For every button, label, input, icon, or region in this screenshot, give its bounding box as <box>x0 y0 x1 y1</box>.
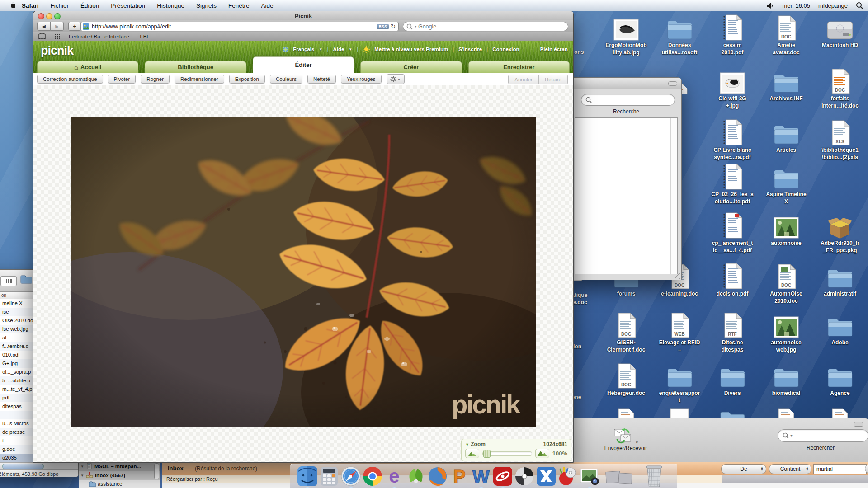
tab-créer[interactable]: Créer <box>360 61 462 73</box>
zoom-button[interactable] <box>54 13 61 19</box>
tool-button-1[interactable]: Pivoter <box>108 75 136 84</box>
tab-enregistrer[interactable]: Enregistrer <box>468 61 570 73</box>
desktop-icon-CP Livre blanc[interactable]: CP Livre blancsyntec...ra.pdf <box>708 118 757 161</box>
redo-button[interactable]: Refaire <box>539 75 568 84</box>
dock-quark[interactable] <box>536 466 557 487</box>
close-button[interactable] <box>38 13 44 19</box>
zoom-out-button[interactable] <box>465 449 479 458</box>
desktop-icon-Articles[interactable]: Articles <box>761 118 811 154</box>
tool-button-0[interactable]: Correction automatique <box>37 75 103 84</box>
find-window-titlebar[interactable] <box>571 78 681 89</box>
zoom-in-button[interactable] <box>535 449 549 458</box>
menu-item-1[interactable]: Fichier <box>51 2 69 9</box>
dock-word[interactable]: W <box>471 466 491 487</box>
dock-disc[interactable] <box>514 466 535 487</box>
view-segmented-control[interactable] <box>0 276 17 286</box>
tool-button-6[interactable]: Netteté <box>307 75 336 84</box>
tab-éditer[interactable]: Éditer <box>253 56 354 73</box>
dock-entourage[interactable]: e <box>384 466 405 487</box>
desktop-icon-cessim[interactable]: cessim2010.pdf <box>708 14 757 56</box>
forward-button[interactable]: ▶ <box>51 22 64 31</box>
zoom-panel-title[interactable]: ▼ Zoom <box>465 441 486 447</box>
toolbar-pill-button[interactable] <box>668 81 677 86</box>
desktop-icon-ErgoMotionMob[interactable]: ErgoMotionMobilitylab.jpg <box>601 14 651 56</box>
google-search-field[interactable]: ▼ <box>403 22 568 31</box>
dock-trash[interactable] <box>644 465 664 488</box>
tab-accueil[interactable]: ⌂Accueil <box>37 61 138 73</box>
menu-item-2[interactable]: Édition <box>80 2 99 9</box>
desktop-icon-partial[interactable] <box>815 408 865 419</box>
dock-messenger[interactable] <box>406 466 426 487</box>
bookmarks-book-icon[interactable] <box>38 33 46 40</box>
menu-item-0[interactable]: Safari <box>22 2 39 9</box>
desktop-icon-\bibliothèque1[interactable]: XLS\bibliothèque1\biblio...(2).xls <box>815 118 865 161</box>
mail-search-input[interactable]: ▼ <box>778 429 868 442</box>
help-menu[interactable]: Aide <box>333 47 344 52</box>
fullscreen-link[interactable]: Plein écran <box>540 47 568 52</box>
desktop-icon-partial[interactable] <box>708 408 757 419</box>
desktop-icon-AdbeRdr910_fr[interactable]: AdbeRdr910_fr_FR_ppc.pkg <box>815 211 865 254</box>
zoom-slider-thumb[interactable] <box>483 450 491 458</box>
google-search-input[interactable] <box>417 23 568 30</box>
undo-button[interactable]: Annuler <box>508 75 539 84</box>
desktop-icon-Archives INF[interactable]: Archives INF <box>761 67 811 103</box>
dock-minimized-item[interactable] <box>618 473 632 484</box>
dock-safari[interactable] <box>340 466 361 487</box>
dock-finder[interactable] <box>297 466 318 487</box>
menu-item-6[interactable]: Fenêtre <box>228 2 250 9</box>
horizontal-scrollbar[interactable] <box>0 462 78 469</box>
desktop-icon-partial[interactable] <box>655 408 704 419</box>
desktop-icon-GISEH-[interactable]: DOCGISEH-Clermont f.doc <box>601 311 651 353</box>
fast-user-switch-menu[interactable]: mfdepange <box>818 2 848 9</box>
desktop-icon-automnoise[interactable]: automnoise <box>761 211 811 247</box>
send-receive-button[interactable]: ▼ Envoyer/Recevoir <box>594 427 657 451</box>
tool-button-7[interactable]: Yeux rouges <box>341 75 382 84</box>
toolbar-pill-button[interactable] <box>854 422 863 427</box>
menu-clock[interactable]: mer. 16:05 <box>783 2 810 9</box>
dock-firefox[interactable] <box>427 466 448 487</box>
dock-toast[interactable] <box>557 466 578 487</box>
safari-window[interactable]: Picnik ◀ ▶ + RSS ↻ ▼ Federated Ba...e In… <box>33 11 574 463</box>
menu-item-4[interactable]: Historique <box>157 2 184 9</box>
desktop-icon-AutomnOise[interactable]: DOCAutomnOise2010.doc <box>761 262 811 305</box>
dock-calculator[interactable] <box>319 466 340 487</box>
dock-photos[interactable] <box>579 466 600 487</box>
tool-button-3[interactable]: Redimensionner <box>175 75 224 84</box>
desktop-icon-Adobe[interactable]: Adobe <box>815 311 865 347</box>
address-bar[interactable]: RSS ↻ <box>80 22 399 31</box>
login-link[interactable]: Connexion <box>492 47 519 52</box>
desktop-icon-biomedical[interactable]: biomedical <box>761 361 811 397</box>
volume-icon[interactable] <box>766 2 774 9</box>
desktop-icon-Données[interactable]: Donnéesutilisa...rosoft <box>655 14 704 56</box>
zoom-slider[interactable] <box>482 451 532 456</box>
desktop-icon-Hébergeur.doc[interactable]: DOCHébergeur.doc <box>601 361 651 397</box>
desktop-icon-automnoise[interactable]: automnoiseweb.jpg <box>761 311 811 353</box>
find-window[interactable]: Recherche <box>571 77 682 280</box>
desktop-icon-Clé wifi 3G[interactable]: Clé wifi 3G+.jpg <box>708 67 757 109</box>
scrollbar[interactable] <box>154 463 159 479</box>
desktop-icon-Aspire Timeline[interactable]: Aspire TimelineX <box>761 163 811 205</box>
menu-item-3[interactable]: Présentation <box>111 2 145 9</box>
new-tab-button[interactable]: + <box>68 22 81 31</box>
desktop-icon-Dites/ne[interactable]: RTFDites/neditespas <box>708 311 757 353</box>
desktop-icon-Elevage et RFID[interactable]: WEBElevage et RFID– <box>655 311 704 353</box>
desktop-icon-Agence[interactable]: Agence <box>815 361 865 397</box>
url-input[interactable] <box>91 23 377 30</box>
disclosure-triangle-icon[interactable]: ▼ <box>80 465 84 469</box>
upgrade-premium-link[interactable]: Mettre à niveau vers Premium <box>374 47 448 52</box>
picnik-logo[interactable]: picnik <box>41 44 73 58</box>
menu-item-7[interactable]: Aide <box>261 2 273 9</box>
desktop-icon-partial[interactable] <box>601 408 651 419</box>
signup-link[interactable]: S'inscrire <box>458 47 482 52</box>
tab-bibliothèque[interactable]: Bibliothèque <box>145 61 246 73</box>
safari-titlebar[interactable]: Picnik <box>33 11 573 20</box>
bookmark-item-1[interactable]: FBI <box>140 34 148 39</box>
find-search-input[interactable] <box>581 94 675 106</box>
dock-acrobat[interactable] <box>492 466 513 487</box>
settings-gear-button[interactable]: ▼ <box>387 74 405 84</box>
mail-sidebar-item-2[interactable]: assistance <box>79 480 160 488</box>
desktop-icon-cp_lancement_t[interactable]: cp_lancement_tic__sa...f_4.pdf <box>708 211 757 254</box>
filter-value-input[interactable]: martial <box>813 464 867 474</box>
dock-powerpoint[interactable]: P <box>449 466 470 487</box>
autumn-leaves-photo[interactable]: picnik <box>71 117 536 427</box>
